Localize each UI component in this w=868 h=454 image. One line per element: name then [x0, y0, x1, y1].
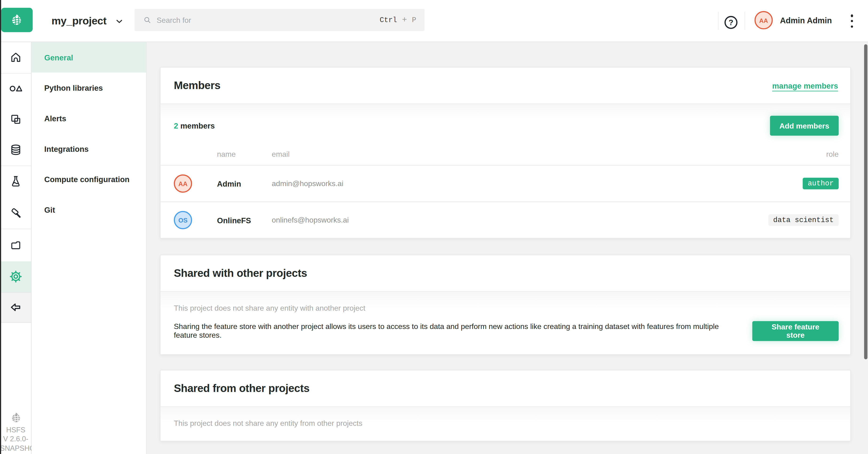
- sidebar-item-jobs[interactable]: [0, 197, 31, 229]
- menu-item-integrations[interactable]: Integrations: [31, 133, 146, 164]
- column-header-role: role: [826, 150, 839, 158]
- member-email: admin@hopsworks.ai: [272, 179, 803, 187]
- search-shortcut: Ctrl + P: [380, 15, 416, 25]
- members-table-header: name email role: [161, 143, 850, 165]
- search-input[interactable]: Search for Ctrl + P: [134, 9, 425, 31]
- database-icon: [9, 143, 22, 156]
- share-feature-store-description: Sharing the feature store with another p…: [174, 322, 730, 340]
- members-count-label: members: [180, 121, 215, 130]
- search-icon: [143, 16, 152, 25]
- arrow-left-icon: [9, 301, 22, 314]
- sidebar-item-settings[interactable]: [0, 261, 31, 292]
- sidebar-item-feature-store[interactable]: [0, 73, 31, 104]
- menu-item-alerts[interactable]: Alerts: [31, 103, 146, 133]
- menu-item-compute-configuration[interactable]: Compute configuration: [31, 164, 146, 194]
- member-row: OS OnlineFS onlinefs@hopsworks.ai data s…: [161, 202, 850, 238]
- user-avatar: AA: [754, 11, 773, 29]
- sidebar-item-back[interactable]: [0, 292, 31, 323]
- search-placeholder: Search for: [157, 16, 375, 24]
- members-card-header: Members manage members: [161, 67, 850, 104]
- menu-item-label: Alerts: [44, 114, 66, 123]
- member-row: AA Admin admin@hopsworks.ai author: [161, 165, 850, 202]
- shared-with-card: Shared with other projects This project …: [160, 255, 851, 355]
- member-name: OnlineFS: [217, 216, 272, 225]
- member-avatar: OS: [174, 211, 192, 229]
- column-header-name: name: [217, 150, 272, 158]
- menu-item-label: Python libraries: [44, 84, 103, 92]
- kebab-dot: [850, 14, 853, 17]
- help-icon: ?: [723, 14, 739, 30]
- sidebar-item-file-browser[interactable]: [0, 229, 31, 261]
- add-members-button[interactable]: Add members: [770, 116, 839, 135]
- chevron-down-icon: [115, 17, 124, 26]
- version-line-2: V 2.6.0-: [0, 435, 31, 444]
- member-email: onlinefs@hopsworks.ai: [272, 216, 768, 224]
- shared-with-body: This project does not share any entity w…: [161, 292, 850, 354]
- svg-text:?: ?: [729, 18, 734, 27]
- shared-from-header: Shared from other projects: [161, 370, 850, 407]
- topbar-divider: [744, 11, 745, 30]
- members-card: Members manage members 2members Add memb…: [160, 67, 851, 239]
- shortcut-ctrl: Ctrl: [380, 16, 397, 24]
- menu-item-label: Compute configuration: [44, 175, 130, 184]
- shared-with-title: Shared with other projects: [174, 267, 307, 280]
- shared-from-title: Shared from other projects: [174, 382, 310, 395]
- shared-from-empty-text: This project does not share any entity f…: [174, 407, 839, 427]
- shortcut-plus: +: [402, 15, 407, 25]
- window-left-edge: [0, 0, 1, 454]
- share-feature-store-button[interactable]: Share feature store: [752, 321, 839, 341]
- circle-triangle-icon: [9, 82, 22, 95]
- project-name: my_project: [52, 15, 106, 27]
- column-header-email: email: [272, 150, 826, 158]
- settings-menu: General Python libraries Alerts Integrat…: [31, 42, 147, 454]
- members-toolbar: 2members Add members: [161, 104, 850, 143]
- version-line-1: HSFS: [0, 426, 31, 435]
- shared-from-body: This project does not share any entity f…: [161, 407, 850, 441]
- menu-item-general[interactable]: General: [31, 42, 146, 72]
- hopsworks-logo-icon: [10, 13, 23, 26]
- version-info: HSFS V 2.6.0- SNAPSHOT: [0, 412, 31, 453]
- sidebar-item-datasets[interactable]: [0, 134, 31, 165]
- flask-icon: [9, 175, 22, 188]
- menu-item-label: Integrations: [44, 144, 89, 153]
- icon-sidebar: HSFS V 2.6.0- SNAPSHOT: [0, 42, 31, 454]
- menu-item-label: Git: [44, 205, 55, 214]
- menu-item-git[interactable]: Git: [31, 194, 146, 225]
- overlapping-squares-icon: [9, 113, 22, 125]
- manage-members-link[interactable]: manage members: [772, 81, 838, 90]
- gear-icon: [9, 270, 23, 283]
- hopsworks-logo-gray-icon: [0, 412, 31, 423]
- app-window: my_project Search for Ctrl + P ?: [0, 0, 868, 454]
- menu-item-label: General: [44, 53, 73, 62]
- gavel-icon: [9, 206, 22, 219]
- shared-from-card: Shared from other projects This project …: [160, 370, 851, 441]
- member-name: Admin: [217, 179, 272, 188]
- member-role-badge: data scientist: [768, 214, 839, 226]
- hopsworks-logo[interactable]: [1, 8, 32, 32]
- kebab-dot: [850, 25, 853, 28]
- help-button[interactable]: ?: [723, 14, 739, 30]
- scrollbar-thumb[interactable]: [864, 44, 867, 359]
- member-avatar: AA: [174, 174, 192, 193]
- menu-item-python-libraries[interactable]: Python libraries: [31, 72, 146, 103]
- members-count-number: 2: [174, 121, 178, 130]
- topbar: my_project Search for Ctrl + P ?: [0, 0, 868, 42]
- member-role-badge: author: [803, 178, 839, 189]
- version-line-3: SNAPSHOT: [0, 444, 31, 453]
- user-name: Admin Admin: [780, 16, 832, 25]
- members-title: Members: [174, 79, 220, 92]
- kebab-menu-button[interactable]: [847, 13, 857, 29]
- project-switcher[interactable]: my_project: [52, 0, 124, 42]
- user-menu[interactable]: AA Admin Admin: [754, 11, 832, 29]
- home-icon: [9, 51, 22, 64]
- sidebar-item-projects[interactable]: [0, 104, 31, 134]
- folder-icon: [9, 239, 22, 251]
- members-count: 2members: [174, 121, 215, 130]
- shared-with-header: Shared with other projects: [161, 255, 850, 292]
- sidebar-item-experiments[interactable]: [0, 166, 31, 197]
- kebab-dot: [850, 20, 853, 22]
- sidebar-item-home[interactable]: [0, 42, 31, 73]
- shared-with-empty-text: This project does not share any entity w…: [174, 292, 839, 312]
- share-feature-store-row: Sharing the feature store with another p…: [174, 321, 839, 341]
- shortcut-key: P: [412, 16, 416, 24]
